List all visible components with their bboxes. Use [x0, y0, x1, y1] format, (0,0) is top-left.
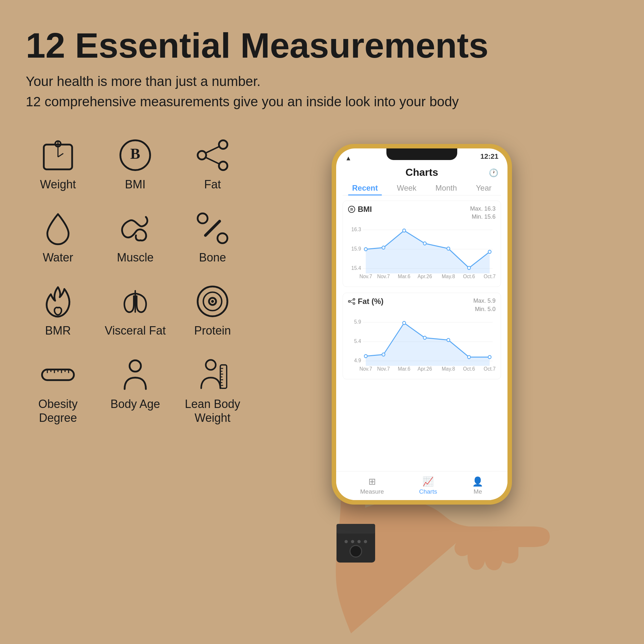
water-label: Water	[43, 251, 73, 264]
phone-content: Charts 🕐 Recent Week Month Year	[336, 165, 507, 500]
bmi-chart-stats: Max. 16.3 Min. 15.6	[470, 205, 496, 221]
icon-item-lean-body: Lean BodyWeight	[180, 357, 245, 425]
phone-notch	[386, 148, 457, 160]
svg-point-52	[364, 248, 367, 251]
svg-point-56	[447, 247, 450, 250]
visceral-fat-label: Visceral Fat	[105, 324, 166, 337]
protein-icon	[195, 284, 230, 319]
bmi-chart-label: BMI	[358, 205, 372, 214]
icon-item-water: Water	[26, 211, 90, 264]
icon-item-bmr: BMR	[26, 284, 90, 337]
svg-point-55	[423, 242, 426, 245]
fat-chart-label: Fat (%)	[358, 297, 384, 306]
svg-point-68	[348, 301, 350, 303]
svg-rect-40	[336, 524, 375, 534]
icon-item-bone: Bone	[180, 211, 245, 264]
fat-label: Fat	[204, 177, 221, 191]
weight-icon	[40, 137, 76, 173]
me-label: Me	[474, 488, 482, 495]
svg-point-58	[488, 250, 491, 253]
bmi-chart-section: B BMI Max. 16.3 Min. 15.6	[343, 201, 501, 287]
clock-icon[interactable]: 🕐	[489, 168, 498, 177]
screen-title: Charts	[405, 165, 438, 178]
fat-chart-svg: 5.9 5.4 4.9	[348, 316, 496, 374]
svg-point-81	[447, 338, 450, 342]
tab-recent[interactable]: Recent	[348, 181, 382, 195]
tab-month[interactable]: Month	[431, 181, 461, 195]
tab-bar: Recent Week Month Year	[343, 181, 501, 195]
main-container: 12 Essential Measurements Your health is…	[0, 0, 644, 644]
wifi-icon: ▲	[345, 155, 352, 162]
svg-text:15.4: 15.4	[351, 265, 361, 271]
svg-text:Mar.6: Mar.6	[398, 273, 411, 279]
subtitle: Your health is more than just a number. …	[26, 71, 618, 112]
svg-text:Oct.7: Oct.7	[484, 273, 496, 279]
svg-text:May.8: May.8	[442, 365, 455, 372]
icon-item-muscle: Muscle	[103, 211, 167, 264]
svg-text:4.9: 4.9	[354, 357, 361, 363]
bmi-label: BMI	[125, 177, 146, 191]
subtitle-line2: 12 comprehensive measurements give you a…	[26, 94, 459, 109]
svg-point-80	[423, 336, 426, 339]
svg-text:Oct.6: Oct.6	[463, 273, 475, 279]
svg-line-10	[205, 157, 219, 164]
svg-text:Apr.26: Apr.26	[418, 365, 432, 372]
me-icon: 👤	[472, 476, 483, 487]
charts-label: Charts	[419, 488, 437, 495]
icon-item-visceral-fat: Visceral Fat	[103, 284, 167, 337]
bmi-chart-header: B BMI Max. 16.3 Min. 15.6	[348, 205, 496, 221]
svg-point-6	[219, 140, 227, 149]
content-row: Weight B BMI Fat	[26, 131, 618, 608]
bottom-tab-me[interactable]: 👤 Me	[472, 476, 483, 495]
tab-week[interactable]: Week	[393, 181, 420, 195]
muscle-label: Muscle	[117, 251, 154, 264]
bmi-icon: B	[118, 137, 153, 173]
obesity-icon	[40, 357, 76, 393]
svg-point-7	[219, 162, 227, 170]
svg-text:Oct.7: Oct.7	[484, 365, 496, 372]
svg-point-43	[357, 540, 361, 543]
svg-text:May.8: May.8	[442, 273, 455, 279]
svg-text:Apr.26: Apr.26	[418, 273, 432, 279]
lean-body-label: Lean BodyWeight	[185, 397, 240, 425]
tab-year[interactable]: Year	[472, 181, 496, 195]
svg-point-53	[382, 246, 385, 249]
bmi-min: Min. 15.6	[470, 213, 496, 221]
protein-label: Protein	[194, 324, 231, 337]
svg-line-69	[350, 300, 353, 301]
svg-text:16.3: 16.3	[351, 226, 361, 232]
fat-icon	[195, 137, 230, 173]
svg-point-44	[364, 540, 367, 543]
bmi-chart-title: B BMI	[348, 205, 372, 214]
svg-text:Nov.7: Nov.7	[377, 365, 390, 372]
svg-text:Mar.6: Mar.6	[398, 365, 411, 372]
icon-item-obesity: ObesityDegree	[26, 357, 90, 425]
icon-item-weight: Weight	[26, 137, 90, 191]
page-title: 12 Essential Measurements	[26, 26, 618, 65]
fat-min: Min. 5.0	[473, 305, 496, 313]
lean-body-icon	[195, 357, 230, 393]
svg-point-66	[353, 298, 355, 300]
obesity-label: ObesityDegree	[38, 397, 78, 425]
svg-point-12	[198, 213, 208, 223]
fat-chart-icon	[348, 298, 355, 305]
fat-chart-header: Fat (%) Max. 5.9 Min. 5.0	[348, 297, 496, 313]
svg-text:Oct.6: Oct.6	[463, 365, 475, 372]
measure-icon: ⊞	[368, 476, 376, 487]
svg-point-42	[351, 540, 354, 543]
svg-point-29	[129, 360, 141, 371]
icon-item-fat: Fat	[180, 137, 245, 191]
fat-chart-stats: Max. 5.9 Min. 5.0	[473, 297, 496, 313]
svg-line-3	[58, 154, 63, 157]
svg-text:Nov.7: Nov.7	[359, 273, 372, 279]
svg-text:5.9: 5.9	[354, 318, 361, 325]
icons-section: Weight B BMI Fat	[26, 131, 225, 425]
svg-point-67	[353, 303, 355, 305]
muscle-icon	[118, 211, 153, 246]
svg-line-70	[350, 302, 353, 303]
bottom-tab-measure[interactable]: ⊞ Measure	[360, 476, 384, 495]
svg-text:Nov.7: Nov.7	[359, 365, 372, 372]
bottom-tab-charts[interactable]: 📈 Charts	[419, 476, 437, 495]
svg-point-8	[198, 151, 206, 159]
bone-label: Bone	[199, 251, 226, 264]
